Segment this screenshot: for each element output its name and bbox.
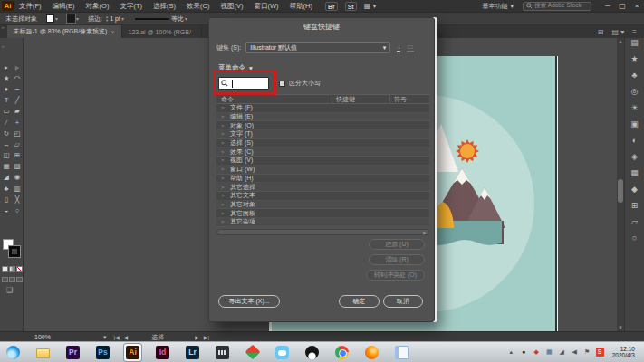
minimize-button[interactable]: ─ — [601, 0, 615, 12]
column-command[interactable]: 命令 — [216, 95, 332, 104]
dock-panel-icon-8[interactable]: ◈ — [628, 149, 642, 164]
gradient-button[interactable] — [9, 266, 15, 272]
color-button[interactable] — [2, 266, 8, 272]
collapse-panel-icon[interactable]: " — [0, 44, 7, 52]
first-artboard-icon[interactable]: |◀ — [113, 334, 119, 340]
dialog-side-button[interactable]: 清除 (R) — [369, 254, 425, 265]
expand-chevron-icon[interactable]: > — [221, 211, 226, 216]
scroll-up-icon[interactable]: ▲ — [617, 39, 624, 44]
rotate-tool-icon[interactable]: ↻ — [1, 128, 12, 138]
free-transform-tool-icon[interactable]: ▱ — [12, 138, 23, 149]
menu-item[interactable]: 文件(F) — [14, 2, 47, 11]
lasso-tool-icon[interactable]: ◠ — [12, 72, 23, 83]
indesign-icon[interactable]: Id — [154, 344, 171, 361]
shape-builder-tool-icon[interactable]: ◫ — [1, 150, 12, 161]
keyset-select[interactable]: Illustrator 默认值 ▾ — [245, 42, 390, 53]
photoshop-icon[interactable]: Ps — [94, 344, 111, 361]
table-horizontal-scrollbar[interactable]: ▶ — [216, 229, 429, 235]
save-keyset-icon[interactable]: ↓ — [397, 43, 400, 52]
mesh-tool-icon[interactable]: ▦ — [1, 161, 12, 172]
orange-browser-icon[interactable] — [363, 344, 380, 361]
category-dropdown[interactable]: 菜单命令 ▾ — [218, 63, 253, 72]
cloud-app-icon[interactable] — [274, 344, 291, 361]
dock-panel-icon-12[interactable]: ▱ — [628, 214, 642, 229]
security-tray-icon[interactable]: ◆ — [533, 348, 541, 357]
pen-tool-icon[interactable]: ♦ — [1, 83, 12, 94]
document-tab[interactable]: 123.ai @ 100% (RGB/ — [122, 25, 202, 38]
arrange-documents-icon[interactable]: ⊞ — [598, 28, 604, 36]
dock-panel-icon-4[interactable]: ◎ — [628, 84, 642, 99]
sogou-tray-icon[interactable]: S — [596, 348, 604, 357]
menu-item[interactable]: 窗口(W) — [248, 2, 284, 11]
blend-tool-icon[interactable]: ◉ — [12, 172, 23, 183]
expand-chevron-icon[interactable]: > — [221, 193, 226, 198]
line-segment-tool-icon[interactable]: ╱ — [12, 95, 23, 106]
selection-tool-icon[interactable]: ▸ — [1, 62, 12, 72]
dock-panel-icon-10[interactable]: ◆ — [628, 182, 642, 196]
artboard-tool-icon[interactable]: ▯ — [1, 194, 12, 205]
scale-tool-icon[interactable]: ◰ — [12, 128, 23, 138]
menu-item[interactable]: 视图(V) — [215, 2, 248, 11]
document-layout-icon[interactable]: ▤ ▾ — [612, 28, 625, 36]
premiere-icon[interactable]: Pr — [64, 344, 82, 361]
export-text-button[interactable]: 导出文本 (X)... — [218, 295, 280, 308]
menu-item[interactable]: 效果(C) — [181, 2, 215, 11]
screen-mode-icon[interactable]: ❏ — [6, 286, 13, 294]
show-hidden-icons[interactable]: ▴ — [507, 348, 515, 357]
volume-tray-icon[interactable]: ◀ — [571, 348, 579, 357]
close-tab-icon[interactable]: × — [111, 29, 114, 35]
expand-chevron-icon[interactable]: > — [221, 140, 226, 146]
scroll-down-icon[interactable]: ▼ — [617, 325, 624, 330]
cancel-button[interactable]: 取消 — [383, 295, 423, 308]
zoom-tool-icon[interactable]: ○ — [12, 205, 23, 215]
expand-chevron-icon[interactable]: > — [221, 167, 226, 172]
expand-chevron-icon[interactable]: > — [221, 202, 226, 207]
stroke-weight-value[interactable]: 1 pt — [110, 15, 120, 22]
menu-item[interactable]: 对象(O) — [81, 2, 115, 11]
dock-panel-icon-7[interactable]: ◐ — [628, 133, 642, 148]
expand-chevron-icon[interactable]: > — [221, 123, 226, 129]
shortcut-search-input[interactable] — [218, 77, 269, 90]
column-symbol[interactable]: 符号 — [389, 95, 429, 104]
workspace-switcher[interactable]: 基本功能▾ — [482, 2, 514, 11]
chevron-down-icon[interactable]: ▾ — [55, 15, 58, 22]
dialog-side-button[interactable]: 转到冲突处 (O) — [366, 270, 425, 281]
ime-tray-icon[interactable]: ▦ — [545, 348, 553, 357]
expand-chevron-icon[interactable]: > — [221, 131, 226, 137]
dialog-side-button[interactable]: 还原 (U) — [369, 239, 425, 250]
close-button[interactable]: × — [630, 0, 644, 12]
magic-wand-tool-icon[interactable]: ★ — [1, 72, 12, 83]
dock-panel-icon-5[interactable]: ☀ — [628, 100, 642, 115]
media-kite-icon[interactable] — [244, 344, 261, 361]
match-case-option[interactable]: 区分大小写 — [279, 79, 321, 88]
stock-search-input[interactable]: 搜索 Adobe Stock — [523, 2, 591, 11]
stroke-style-preview[interactable] — [135, 18, 169, 20]
table-row[interactable]: > 其它杂项 — [216, 218, 429, 227]
network-tray-icon[interactable]: ◢ — [558, 348, 566, 357]
stroke-color-swatch[interactable] — [67, 14, 75, 23]
column-graph-tool-icon[interactable]: ▥ — [12, 183, 23, 194]
column-shortcut[interactable]: 快捷键 — [332, 95, 389, 104]
width-tool-icon[interactable]: ↔ — [1, 138, 12, 149]
layout-switcher-icon[interactable]: ▦ ▾ — [364, 2, 377, 10]
match-case-checkbox[interactable] — [279, 81, 285, 87]
document-tab[interactable]: 未标题-1 @ 83% (RGB/像素预览)× — [7, 25, 122, 38]
last-artboard-icon[interactable]: ▶| — [204, 334, 209, 340]
width-profile-label[interactable]: 等比 — [171, 14, 184, 24]
perspective-grid-tool-icon[interactable]: ⊞ — [12, 150, 23, 161]
stroke-stepper[interactable]: ▴▾ — [106, 15, 108, 23]
menu-item[interactable]: 文字(T) — [114, 2, 148, 11]
scroll-right-icon[interactable]: ▶ — [423, 230, 427, 235]
expand-chevron-icon[interactable]: > — [221, 157, 226, 163]
dock-panel-icon-2[interactable]: ★ — [628, 52, 642, 66]
expand-chevron-icon[interactable]: > — [221, 149, 226, 155]
rectangle-tool-icon[interactable]: ▭ — [1, 106, 12, 117]
draw-normal-button[interactable] — [2, 277, 8, 282]
menu-list-icon[interactable]: ≡ — [632, 28, 637, 36]
next-artboard-icon[interactable]: ▶ — [195, 334, 199, 340]
illustrator-icon[interactable]: Ai — [124, 344, 141, 361]
expand-chevron-icon[interactable]: > — [221, 219, 226, 224]
curvature-tool-icon[interactable]: ∼ — [12, 83, 23, 94]
shaper-tool-icon[interactable]: + — [12, 117, 23, 128]
menu-item[interactable]: 编辑(E) — [47, 2, 81, 11]
